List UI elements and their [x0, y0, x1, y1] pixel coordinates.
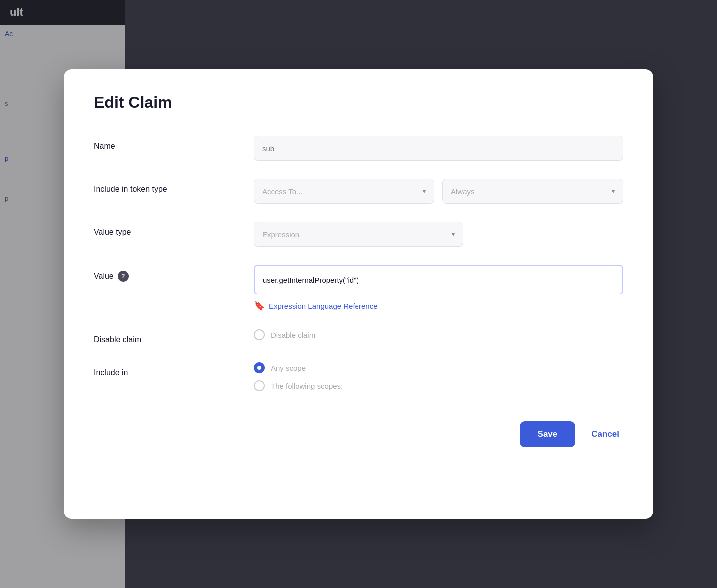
value-row: Value ? 🔖 Expression Language Reference — [94, 265, 623, 311]
following-scopes-option[interactable]: The following scopes: — [254, 380, 623, 391]
expression-language-link[interactable]: 🔖 Expression Language Reference — [254, 300, 623, 311]
token-type-controls: Access To... Access Token ID Token Acces… — [254, 179, 623, 204]
value-label: Value ? — [94, 265, 254, 282]
token-type-selects: Access To... Access Token ID Token Acces… — [254, 179, 623, 204]
disable-claim-checkbox[interactable] — [254, 329, 265, 340]
disable-claim-option[interactable]: Disable claim — [254, 329, 623, 340]
edit-claim-modal: Edit Claim Name Include in token type Ac… — [64, 69, 653, 519]
value-type-label: Value type — [94, 222, 254, 237]
include-in-label: Include in — [94, 362, 254, 377]
modal-title: Edit Claim — [94, 93, 623, 112]
following-scopes-radio[interactable] — [254, 380, 265, 391]
disable-claim-row: Disable claim Disable claim — [94, 329, 623, 344]
save-button[interactable]: Save — [520, 421, 576, 447]
modal-footer: Save Cancel — [94, 421, 623, 447]
token-type-select2-wrapper: Always Always Conditional ▼ — [442, 179, 623, 204]
token-type-select1[interactable]: Access To... Access Token ID Token Acces… — [254, 179, 434, 204]
token-type-label: Include in token type — [94, 179, 254, 194]
modal-overlay[interactable]: Edit Claim Name Include in token type Ac… — [0, 0, 717, 588]
bookmark-icon: 🔖 — [254, 300, 265, 311]
token-type-select1-wrapper: Access To... Access Token ID Token Acces… — [254, 179, 434, 204]
disable-claim-label: Disable claim — [94, 329, 254, 344]
include-in-controls: Any scope The following scopes: — [254, 362, 623, 391]
value-type-select[interactable]: Expression Expression Static Regex — [254, 222, 463, 247]
value-input[interactable] — [254, 265, 623, 294]
cancel-button[interactable]: Cancel — [587, 421, 623, 447]
name-row: Name — [94, 136, 623, 161]
token-type-row: Include in token type Access To... Acces… — [94, 179, 623, 204]
include-in-row: Include in Any scope The following scope… — [94, 362, 623, 391]
name-controls — [254, 136, 623, 161]
name-label: Name — [94, 136, 254, 151]
value-type-row: Value type Expression Expression Static … — [94, 222, 623, 247]
disable-claim-controls: Disable claim — [254, 329, 623, 340]
help-icon[interactable]: ? — [118, 271, 129, 282]
include-in-radio-group: Any scope The following scopes: — [254, 362, 623, 391]
value-type-controls: Expression Expression Static Regex ▼ — [254, 222, 623, 247]
value-type-select-wrapper: Expression Expression Static Regex ▼ — [254, 222, 463, 247]
name-input[interactable] — [254, 136, 623, 161]
any-scope-radio[interactable] — [254, 362, 265, 373]
token-type-select2[interactable]: Always Always Conditional — [442, 179, 623, 204]
value-controls: 🔖 Expression Language Reference — [254, 265, 623, 311]
any-scope-option[interactable]: Any scope — [254, 362, 623, 373]
